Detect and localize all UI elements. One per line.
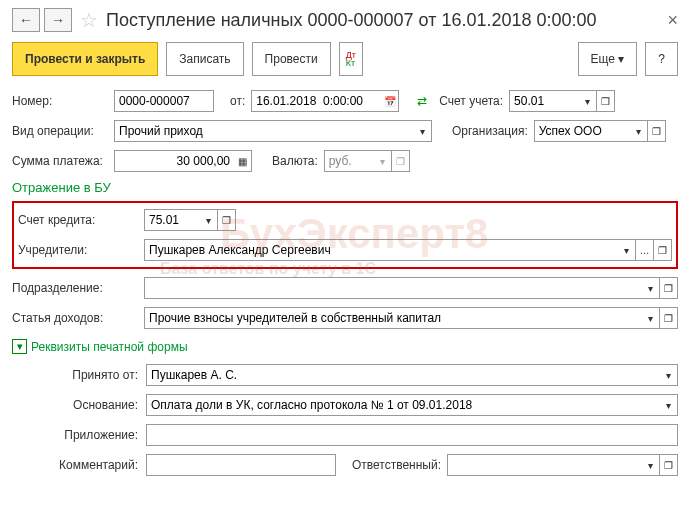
income-dropdown[interactable]: ▾ bbox=[642, 307, 660, 329]
optype-label: Вид операции: bbox=[12, 124, 108, 138]
org-dropdown[interactable]: ▾ bbox=[630, 120, 648, 142]
founder-label: Учредители: bbox=[18, 243, 138, 257]
division-label: Подразделение: bbox=[12, 281, 138, 295]
currency-input bbox=[324, 150, 374, 172]
sum-input[interactable] bbox=[114, 150, 234, 172]
received-dropdown[interactable]: ▾ bbox=[660, 364, 678, 386]
account-input[interactable] bbox=[509, 90, 579, 112]
credit-label: Счет кредита: bbox=[18, 213, 138, 227]
income-input[interactable] bbox=[144, 307, 642, 329]
founder-input[interactable] bbox=[144, 239, 618, 261]
income-open[interactable]: ❐ bbox=[660, 307, 678, 329]
founder-dropdown[interactable]: ▾ bbox=[618, 239, 636, 261]
founder-open[interactable]: ❐ bbox=[654, 239, 672, 261]
more-button[interactable]: Еще ▾ bbox=[578, 42, 638, 76]
credit-input[interactable] bbox=[144, 209, 200, 231]
link-icon: ⇄ bbox=[417, 94, 427, 108]
star-icon[interactable]: ☆ bbox=[80, 8, 98, 32]
basis-dropdown[interactable]: ▾ bbox=[660, 394, 678, 416]
number-label: Номер: bbox=[12, 94, 108, 108]
page-title: Поступление наличных 0000-000007 от 16.0… bbox=[106, 10, 597, 31]
responsible-open[interactable]: ❐ bbox=[660, 454, 678, 476]
currency-dropdown: ▾ bbox=[374, 150, 392, 172]
division-open[interactable]: ❐ bbox=[660, 277, 678, 299]
attachment-input[interactable] bbox=[146, 424, 678, 446]
account-open[interactable]: ❐ bbox=[597, 90, 615, 112]
print-section-toggle[interactable]: ▾ Реквизиты печатной формы bbox=[12, 339, 678, 354]
comment-input[interactable] bbox=[146, 454, 336, 476]
section-bu: Отражение в БУ bbox=[12, 180, 678, 195]
calc-icon[interactable]: ▦ bbox=[234, 150, 252, 172]
optype-input[interactable] bbox=[114, 120, 414, 142]
org-label: Организация: bbox=[452, 124, 528, 138]
from-label: от: bbox=[230, 94, 245, 108]
post-button[interactable]: Провести bbox=[252, 42, 331, 76]
responsible-label: Ответственный: bbox=[352, 458, 441, 472]
org-input[interactable] bbox=[534, 120, 630, 142]
dtkt-button[interactable]: ДтКт bbox=[339, 42, 363, 76]
attachment-label: Приложение: bbox=[12, 428, 140, 442]
post-close-button[interactable]: Провести и закрыть bbox=[12, 42, 158, 76]
org-open[interactable]: ❐ bbox=[648, 120, 666, 142]
currency-label: Валюта: bbox=[272, 154, 318, 168]
currency-open: ❐ bbox=[392, 150, 410, 172]
founder-select[interactable]: … bbox=[636, 239, 654, 261]
received-label: Принято от: bbox=[12, 368, 140, 382]
help-button[interactable]: ? bbox=[645, 42, 678, 76]
credit-open[interactable]: ❐ bbox=[218, 209, 236, 231]
checkbox-icon: ▾ bbox=[12, 339, 27, 354]
write-button[interactable]: Записать bbox=[166, 42, 243, 76]
account-label: Счет учета: bbox=[439, 94, 503, 108]
received-input[interactable] bbox=[146, 364, 660, 386]
back-button[interactable]: ← bbox=[12, 8, 40, 32]
date-input[interactable] bbox=[251, 90, 381, 112]
calendar-icon[interactable]: 📅 bbox=[381, 90, 399, 112]
comment-label: Комментарий: bbox=[12, 458, 140, 472]
basis-label: Основание: bbox=[12, 398, 140, 412]
basis-input[interactable] bbox=[146, 394, 660, 416]
close-icon[interactable]: × bbox=[667, 10, 678, 31]
division-dropdown[interactable]: ▾ bbox=[642, 277, 660, 299]
optype-dropdown[interactable]: ▾ bbox=[414, 120, 432, 142]
credit-dropdown[interactable]: ▾ bbox=[200, 209, 218, 231]
sum-label: Сумма платежа: bbox=[12, 154, 108, 168]
forward-button[interactable]: → bbox=[44, 8, 72, 32]
responsible-input[interactable] bbox=[447, 454, 642, 476]
number-input[interactable] bbox=[114, 90, 214, 112]
responsible-dropdown[interactable]: ▾ bbox=[642, 454, 660, 476]
account-dropdown[interactable]: ▾ bbox=[579, 90, 597, 112]
income-label: Статья доходов: bbox=[12, 311, 138, 325]
division-input[interactable] bbox=[144, 277, 642, 299]
